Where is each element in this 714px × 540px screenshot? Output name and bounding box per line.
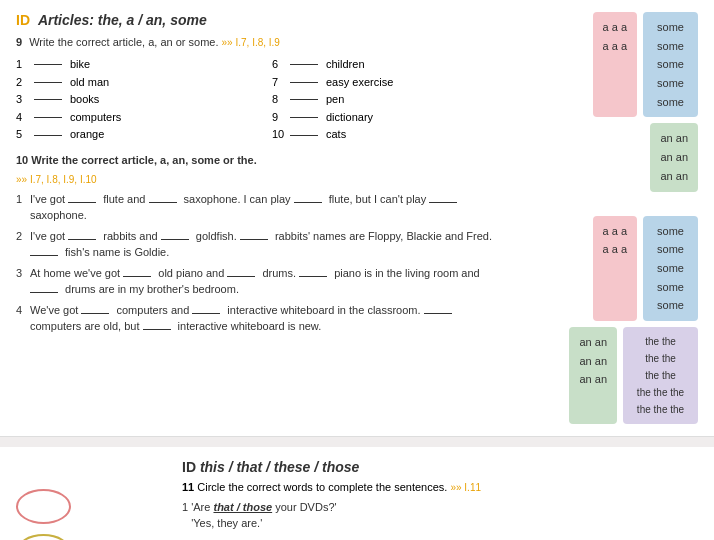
word-item-7: 7easy exercise (272, 74, 508, 92)
answer-box-some1: somesomesomesomesome (643, 12, 698, 117)
answer-box-the: the thethe thethe thethe the thethe the … (623, 327, 698, 424)
ex10-item-1: 1 I've got flute and saxophone. I can pl… (16, 191, 508, 224)
oval-red (16, 489, 71, 524)
word-item-2: 2old man (16, 74, 252, 92)
ex10-item-4: 4 We've got computers and interactive wh… (16, 302, 508, 335)
exercise9-grid: 1bike 2old man 3books 4computers 5orange… (16, 56, 508, 144)
ex11-items: 1 'Are that / those your DVDs?' 'Yes, th… (182, 499, 649, 540)
ex11-text: Circle the correct words to complete the… (197, 481, 447, 493)
id-label-articles: ID (16, 12, 30, 28)
answer-box-aaa: a a aa a a (593, 12, 637, 117)
ex11-item-1: 1 'Are that / those your DVDs?' 'Yes, th… (182, 499, 649, 532)
spacer (518, 198, 698, 210)
top-section: ID Articles: the, a / an, some 9 Write t… (0, 0, 714, 437)
ex9-text: Write the correct article, a, an or some… (29, 36, 218, 48)
ex10-item-3: 3 At home we've got old piano and drums.… (16, 265, 508, 298)
word-item-1: 1bike (16, 56, 252, 74)
page-wrapper: ID Articles: the, a / an, some 9 Write t… (0, 0, 714, 540)
word-item-4: 4computers (16, 109, 252, 127)
answer-box-anan2: an anan anan an (569, 327, 617, 424)
ex11-instruction: 11 Circle the correct words to complete … (182, 481, 649, 493)
ovals-container (16, 459, 71, 540)
exercise9-instruction: 9 Write the correct article, a, an or so… (16, 36, 508, 48)
box-row-3: a a aa a a somesomesomesomesome (518, 216, 698, 321)
ex11-ref: »» I.11 (450, 482, 481, 493)
oval-yellow (16, 534, 71, 540)
ex9-right-col: 6children 7easy exercise 8pen 9dictionar… (272, 56, 508, 144)
box-row-1: a a aa a a somesomesomesomesome (518, 12, 698, 117)
word-item-3: 3books (16, 91, 252, 109)
exercise10-items: 1 I've got flute and saxophone. I can pl… (16, 191, 508, 335)
ex9-num: 9 (16, 36, 22, 48)
answer-box-anan: an anan anan an (650, 123, 698, 191)
word-item-6: 6children (272, 56, 508, 74)
that-those-choice: that / those (213, 501, 272, 513)
word-item-9: 9dictionary (272, 109, 508, 127)
ex10-text: Write the correct article, a, an, some o… (31, 154, 256, 166)
ex10-ref: »» I.7, I.8, I.9, I.10 (16, 174, 508, 185)
answer-box-some2: somesomesomesomesome (643, 216, 698, 321)
ex11-num: 11 (182, 481, 194, 493)
bottom-left (16, 459, 166, 540)
ex11-item-2: 2 'This / That is my friend Marcus.' 'Ni… (182, 536, 649, 540)
ex10-num: 10 (16, 154, 28, 166)
exercise10-block: 10 Write the correct article, a, an, som… (16, 154, 508, 335)
bottom-section-title: ID this / that / these / those (182, 459, 649, 475)
box-row-4: an anan anan an the thethe thethe thethe… (518, 327, 698, 424)
word-item-10: 10cats (272, 126, 508, 144)
word-item-5: 5orange (16, 126, 252, 144)
ex9-left-col: 1bike 2old man 3books 4computers 5orange (16, 56, 252, 144)
bottom-section: ID this / that / these / those 11 Circle… (0, 447, 714, 540)
articles-title: Articles: the, a / an, some (38, 12, 207, 28)
ex9-ref: »» I.7, I.8, I.9 (222, 37, 280, 48)
this-that-title: this / that / these / those (200, 459, 359, 475)
answer-box-aaa2: a a aa a a (593, 216, 637, 321)
box-row-2: an anan anan an (518, 123, 698, 191)
section-title-articles: ID Articles: the, a / an, some (16, 12, 508, 28)
word-item-8: 8pen (272, 91, 508, 109)
exercise10-instruction: 10 Write the correct article, a, an, som… (16, 154, 508, 166)
right-answer-boxes: a a aa a a somesomesomesomesome an anan … (518, 12, 698, 424)
id-label-this: ID (182, 459, 196, 475)
bottom-right: ID this / that / these / those 11 Circle… (166, 459, 649, 540)
ex10-item-2: 2 I've got rabbits and goldfish. rabbits… (16, 228, 508, 261)
main-content: ID Articles: the, a / an, some 9 Write t… (16, 12, 518, 424)
